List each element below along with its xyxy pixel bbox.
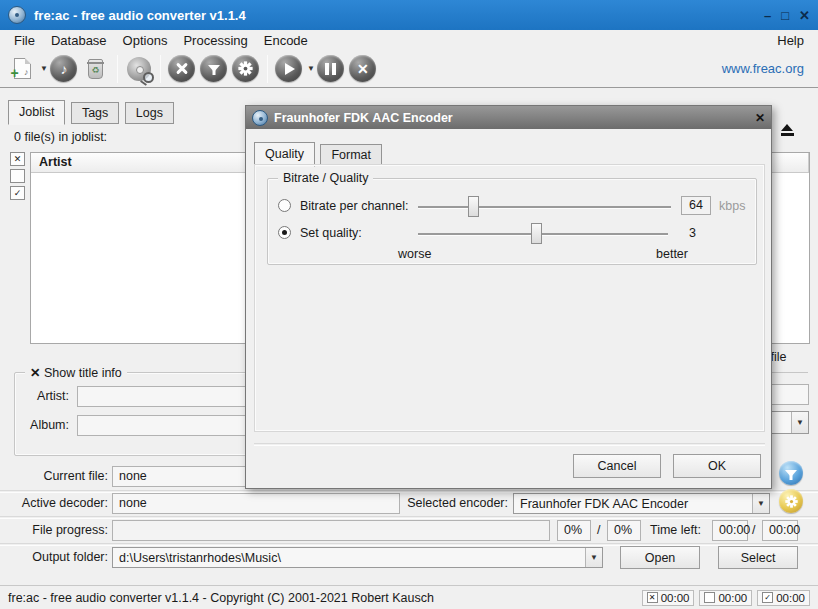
encoder-config-dialog: Fraunhofer FDK AAC Encoder ✕ Quality For… — [245, 105, 772, 489]
general-settings-button[interactable] — [166, 53, 198, 85]
percent-total: 0% — [607, 520, 641, 541]
cancel-button[interactable]: Cancel — [573, 454, 661, 478]
bitrate-slider-thumb[interactable] — [468, 196, 479, 217]
checkbox-empty-icon — [704, 592, 715, 603]
percent-slash: / — [597, 523, 600, 537]
start-encoding-button[interactable] — [273, 53, 305, 85]
toolbar-separator — [160, 55, 161, 83]
ok-button[interactable]: OK — [673, 454, 761, 478]
start-encoding-dropdown-arrow-icon[interactable]: ▼ — [307, 64, 315, 73]
bitrate-quality-group-title: Bitrate / Quality — [278, 171, 373, 185]
row-separator — [0, 490, 818, 492]
tab-logs[interactable]: Logs — [125, 102, 174, 124]
menu-encode[interactable]: Encode — [256, 31, 316, 50]
dialog-title: Fraunhofer FDK AAC Encoder — [274, 111, 453, 125]
signal-processing-side-button[interactable] — [779, 461, 803, 485]
bitrate-value-field[interactable]: 64 — [681, 196, 711, 215]
chevron-down-icon[interactable]: ▼ — [752, 494, 769, 513]
timer-none: 00:00 — [699, 590, 752, 606]
window-title: fre:ac - free audio converter v1.1.4 — [34, 8, 246, 23]
dialog-titlebar: Fraunhofer FDK AAC Encoder ✕ — [246, 106, 771, 129]
open-folder-button[interactable]: Open — [620, 546, 700, 569]
chevron-down-icon[interactable]: ▼ — [791, 412, 808, 433]
eject-cd-button[interactable] — [774, 124, 800, 142]
menu-processing[interactable]: Processing — [175, 31, 255, 50]
bitrate-radio[interactable] — [278, 199, 291, 212]
tab-tags[interactable]: Tags — [71, 102, 119, 124]
menu-file[interactable]: File — [6, 31, 43, 50]
time-left-total: 00:00 — [762, 520, 798, 541]
album-label: Album: — [23, 418, 69, 432]
menu-database[interactable]: Database — [43, 31, 115, 50]
partial-field[interactable] — [771, 384, 809, 405]
configure-encoder-button[interactable] — [230, 53, 262, 85]
eject-icon — [781, 124, 793, 131]
close-button[interactable]: ✕ — [799, 9, 810, 22]
output-folder-label: Output folder: — [4, 550, 108, 564]
time-left-label: Time left: — [650, 523, 701, 537]
chevron-down-icon[interactable]: ▼ — [585, 548, 602, 567]
active-decoder-value: none — [112, 493, 400, 514]
quality-tab-page: Bitrate / Quality Bitrate per channel: 6… — [254, 164, 765, 432]
cddb-query-button[interactable] — [123, 53, 155, 85]
artist-label: Artist: — [23, 389, 69, 403]
gear-icon — [779, 489, 803, 513]
set-quality-radio[interactable] — [278, 226, 291, 239]
bitrate-quality-group: Bitrate / Quality Bitrate per channel: 6… — [267, 178, 757, 265]
funnel-icon — [200, 55, 227, 82]
bitrate-slider[interactable] — [418, 206, 671, 208]
add-files-button[interactable]: +♪ — [6, 53, 38, 85]
gear-icon — [232, 55, 259, 82]
toolbar: +♪ ▼ ♪ ▼ — [0, 50, 818, 88]
current-file-label: Current file: — [4, 469, 108, 483]
show-title-info-toggle[interactable]: ✕ Show title info — [25, 365, 127, 380]
magnifier-icon — [143, 72, 154, 83]
scale-better-label: better — [656, 247, 688, 261]
stop-encoding-button[interactable]: ✕ — [347, 53, 379, 85]
partial-combo[interactable]: ▼ — [771, 411, 809, 434]
toggle-selection-button[interactable]: ✓ — [10, 186, 25, 200]
pause-encoding-button[interactable] — [315, 53, 347, 85]
tab-joblist[interactable]: Joblist — [8, 100, 65, 125]
menu-options[interactable]: Options — [115, 31, 176, 50]
selected-encoder-dropdown[interactable]: Fraunhofer FDK AAC Encoder ▼ — [513, 493, 770, 514]
signal-processing-button[interactable] — [198, 53, 230, 85]
output-folder-dropdown[interactable]: d:\Users\tristanrhodes\Music\ ▼ — [112, 547, 603, 568]
timer-selected: ✓ 00:00 — [757, 590, 810, 606]
add-files-dropdown-arrow-icon[interactable]: ▼ — [40, 64, 48, 73]
pause-icon — [317, 55, 344, 82]
collapse-x-icon: ✕ — [30, 366, 40, 380]
play-icon — [275, 55, 302, 82]
stop-x-icon: ✕ — [349, 55, 376, 82]
quality-value: 3 — [689, 226, 696, 240]
menu-help[interactable]: Help — [769, 31, 812, 50]
remove-all-button[interactable] — [80, 53, 112, 85]
select-folder-button[interactable]: Select — [718, 546, 798, 569]
toolbar-separator — [117, 55, 118, 83]
toolbar-separator — [267, 55, 268, 83]
application-window: fre:ac - free audio converter v1.1.4 – □… — [0, 0, 818, 609]
bitrate-unit: kbps — [719, 199, 745, 213]
time-left-current: 00:00 — [712, 520, 748, 541]
configure-encoder-side-button[interactable] — [779, 489, 803, 513]
file-progress-label: File progress: — [4, 523, 108, 537]
row-separator — [0, 543, 818, 545]
group-border-fragment — [772, 372, 808, 373]
checkbox-check-icon: ✓ — [762, 592, 773, 603]
quality-slider-thumb[interactable] — [531, 223, 542, 244]
add-files-icon: +♪ — [14, 58, 31, 79]
quality-slider[interactable] — [418, 233, 668, 235]
dialog-close-button[interactable]: ✕ — [755, 111, 765, 125]
joblist-select-buttons: ✕ ✓ — [10, 152, 25, 203]
select-all-button[interactable]: ✕ — [10, 152, 25, 166]
music-note-icon: ♪ — [50, 55, 77, 82]
select-none-button[interactable] — [10, 169, 25, 183]
add-cd-tracks-button[interactable]: ♪ — [48, 53, 80, 85]
percent-current: 0% — [557, 520, 591, 541]
maximize-button[interactable]: □ — [781, 9, 789, 22]
active-decoder-label: Active decoder: — [4, 496, 108, 510]
minimize-button[interactable]: – — [764, 9, 771, 22]
wrench-icon — [168, 55, 195, 82]
tab-format[interactable]: Format — [320, 144, 382, 166]
freac-website-link[interactable]: www.freac.org — [722, 61, 804, 76]
